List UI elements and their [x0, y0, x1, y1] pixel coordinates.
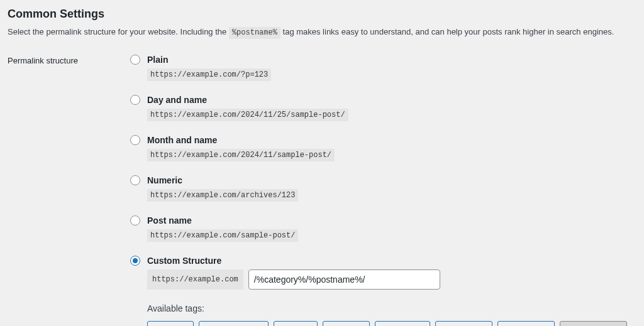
- tag-button-post_id[interactable]: %post_id%: [497, 321, 555, 326]
- section-description: Select the permalink structure for your …: [8, 26, 636, 38]
- option-month-and-name: Month and name https://example.com/2024/…: [130, 135, 636, 161]
- radio-month-and-name[interactable]: [130, 135, 140, 145]
- tag-button-hour[interactable]: %hour%: [323, 321, 370, 326]
- tag-button-day[interactable]: %day%: [274, 321, 318, 326]
- tag-button-monthnum[interactable]: %monthnum%: [199, 321, 269, 326]
- option-day-and-name: Day and name https://example.com/2024/11…: [130, 95, 636, 121]
- radio-day-and-name[interactable]: [130, 95, 140, 105]
- example-numeric: https://example.com/archives/123: [147, 189, 298, 202]
- option-plain: Plain https://example.com/?p=123: [130, 55, 636, 81]
- radio-plain[interactable]: [130, 55, 140, 65]
- option-custom-structure: Custom Structure https://example.com: [130, 256, 636, 290]
- tag-button-postname[interactable]: %postname%: [560, 321, 626, 326]
- tag-button-minute[interactable]: %minute%: [375, 321, 430, 326]
- radio-numeric-label[interactable]: Numeric: [147, 175, 182, 185]
- intro-code: %postname%: [229, 27, 280, 39]
- radio-custom-structure[interactable]: [130, 256, 140, 266]
- permalink-structure-label: Permalink structure: [8, 55, 130, 65]
- custom-structure-input[interactable]: [248, 269, 440, 290]
- option-post-name: Post name https://example.com/sample-pos…: [130, 215, 636, 242]
- custom-structure-prefix: https://example.com: [147, 269, 243, 290]
- radio-custom-structure-label[interactable]: Custom Structure: [147, 256, 221, 266]
- permalink-structure-row: Permalink structure Plain https://exampl…: [8, 55, 636, 326]
- section-heading: Common Settings: [8, 8, 636, 21]
- example-day-and-name: https://example.com/2024/11/25/sample-po…: [147, 109, 348, 121]
- example-month-and-name: https://example.com/2024/11/sample-post/: [147, 149, 335, 161]
- tag-button-year[interactable]: %year%: [147, 321, 194, 326]
- radio-day-and-name-label[interactable]: Day and name: [147, 95, 207, 105]
- option-numeric: Numeric https://example.com/archives/123: [130, 175, 636, 202]
- permalink-structure-options: Plain https://example.com/?p=123 Day and…: [130, 55, 636, 326]
- radio-post-name[interactable]: [130, 215, 140, 225]
- radio-month-and-name-label[interactable]: Month and name: [147, 135, 217, 145]
- available-tags: %year%%monthnum%%day%%hour%%minute%%seco…: [147, 321, 636, 326]
- radio-post-name-label[interactable]: Post name: [147, 215, 192, 225]
- tag-button-second[interactable]: %second%: [435, 321, 492, 326]
- intro-text-post: tag makes links easy to understand, and …: [280, 27, 614, 36]
- intro-text-pre: Select the permalink structure for your …: [8, 27, 229, 36]
- radio-plain-label[interactable]: Plain: [147, 55, 168, 65]
- example-post-name: https://example.com/sample-post/: [147, 229, 298, 242]
- example-plain: https://example.com/?p=123: [147, 68, 271, 81]
- available-tags-label: Available tags:: [147, 303, 636, 313]
- radio-numeric[interactable]: [130, 175, 140, 185]
